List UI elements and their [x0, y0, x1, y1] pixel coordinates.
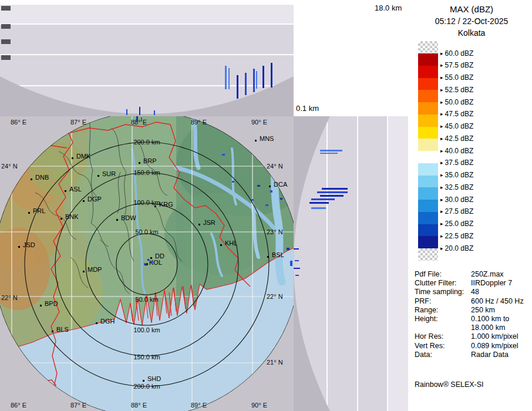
height-axis-min-label: 0.1 km: [296, 104, 319, 113]
meta-label: Range:: [415, 306, 438, 314]
city-dot: [143, 380, 144, 382]
product-title: MAX (dBZ): [411, 4, 532, 14]
max-projection-right-panel: [294, 116, 408, 411]
echo-side-bar: [322, 188, 348, 190]
max-projection-top-panel: [0, 0, 294, 116]
scale-label-text: 37.5 dBZ: [445, 159, 474, 167]
colorbar-segment-3: [418, 90, 438, 102]
colorbar-segment-2: [418, 78, 438, 90]
scale-marker-icon: ▸: [440, 207, 443, 215]
longitude-label: 88° E: [131, 402, 147, 409]
meta-row: Time sampling:48: [415, 288, 531, 297]
colorbar-segment-0: [418, 53, 438, 66]
scale-label: ▸55.0 dBZ: [440, 73, 473, 82]
radar-echo-speck: [251, 199, 254, 201]
meta-row: Range:250 km: [415, 306, 531, 315]
colorbar-segment-6: [418, 127, 438, 139]
city-label: PRL: [33, 207, 45, 214]
meta-row: Height:0.100 km to: [415, 315, 531, 324]
radar-echo-speck: [280, 198, 282, 200]
meta-value: 0.089 km/pixel: [471, 342, 518, 350]
axis-tick-mark: [1, 55, 11, 60]
city-label: JSR: [203, 219, 216, 226]
longitude-label: 87° E: [70, 119, 86, 126]
city-label: BSL: [272, 251, 284, 258]
meta-label: Vert Res:: [415, 342, 445, 350]
echo-top-bar: [237, 75, 238, 99]
meta-row: Data:Radar Data: [415, 351, 531, 359]
radar-echo-speck: [144, 263, 146, 265]
longitude-label: 87° E: [70, 402, 86, 409]
city-dot: [116, 219, 118, 221]
meta-value: Radar Data: [471, 351, 509, 359]
echo-side-bar: [294, 268, 300, 269]
radar-map: 200.0 km150.0 km100.0 km50.0 km50.0 km10…: [0, 116, 294, 411]
meta-row: Vert Res:0.089 km/pixel: [415, 342, 531, 351]
city-label: MDP: [87, 266, 102, 273]
city-label: DCA: [274, 181, 287, 188]
scale-label-text: 47.5 dBZ: [445, 110, 474, 118]
latitude-label: 22° N: [267, 293, 283, 300]
radar-echo-speck: [136, 116, 138, 122]
echo-top-bar: [228, 68, 230, 89]
echo-side-bar: [320, 150, 342, 151]
colorbar-segment-1: [418, 66, 438, 78]
scale-label: ▸22.5 dBZ: [440, 232, 473, 240]
scale-label-text: 60.0 dBZ: [445, 49, 474, 58]
city-dot: [31, 178, 32, 180]
longitude-label: 90° E: [251, 119, 267, 126]
scale-marker-icon: ▸: [440, 86, 443, 94]
meta-value: 250Z.max: [471, 270, 504, 278]
city-dot: [96, 322, 97, 324]
radar-echo-speck: [232, 181, 234, 183]
city-label: DNB: [35, 174, 49, 181]
dbz-colorbar: [418, 41, 438, 261]
product-datetime: 05:12 / 22-Oct-2025: [411, 16, 532, 26]
echo-top-bar: [271, 63, 272, 87]
meta-value: 18.000 km: [471, 324, 505, 332]
radar-app-window: 18.0 km 0.1 km: [0, 0, 532, 411]
radar-echo-speck: [265, 204, 268, 206]
map-overlays: 200.0 km150.0 km100.0 km50.0 km50.0 km10…: [0, 116, 294, 411]
scale-label-text: 32.5 dBZ: [445, 183, 474, 191]
radar-echo-speck: [257, 185, 260, 187]
scale-label-text: 40.0 dBZ: [445, 147, 474, 155]
range-ring-label: 100.0 km: [123, 326, 170, 333]
colorbar-segment-9: [418, 163, 438, 176]
echo-side-bar: [320, 153, 338, 154]
colorbar-checker-top: [418, 41, 438, 53]
scale-label: ▸32.5 dBZ: [440, 183, 473, 191]
meta-value: 0.100 km to: [471, 315, 509, 323]
city-dot: [60, 218, 62, 220]
axis-tick-mark: [1, 6, 11, 11]
colorbar-segment-12: [418, 200, 438, 212]
scale-label-text: 50.0 dBZ: [445, 98, 474, 106]
longitude-label: 90° E: [251, 402, 267, 409]
meta-label: PRF:: [415, 297, 431, 305]
city-dot: [28, 212, 30, 214]
scale-label-text: 57.5 dBZ: [445, 61, 474, 69]
axis-tick-mark: [1, 24, 11, 29]
latitude-label: 23° N: [267, 228, 283, 235]
colorbar-segment-4: [418, 102, 438, 114]
software-brand: Rainbow® SELEX-SI: [415, 380, 484, 389]
colorbar-segment-10: [418, 176, 438, 188]
scale-label-text: 55.0 dBZ: [445, 73, 474, 82]
scale-label-text: 22.5 dBZ: [445, 232, 474, 240]
scale-marker-icon: ▸: [440, 110, 443, 118]
meta-value: 48: [471, 288, 479, 296]
echo-side-bar: [295, 260, 299, 261]
latitude-label: 24° N: [267, 163, 283, 170]
city-dot: [139, 162, 140, 164]
meta-value: 250 km: [471, 306, 495, 314]
city-label: BDW: [121, 214, 136, 221]
scale-label: ▸50.0 dBZ: [440, 98, 473, 106]
echo-top-bar: [126, 109, 127, 115]
echo-top-bar: [139, 107, 140, 115]
echo-side-bar: [294, 248, 299, 250]
station-name: Kolkata: [411, 28, 532, 38]
city-dot: [154, 206, 156, 207]
colorbar-segment-5: [418, 114, 438, 127]
echo-top-bar: [256, 71, 257, 89]
longitude-label: 88° E: [131, 119, 147, 126]
